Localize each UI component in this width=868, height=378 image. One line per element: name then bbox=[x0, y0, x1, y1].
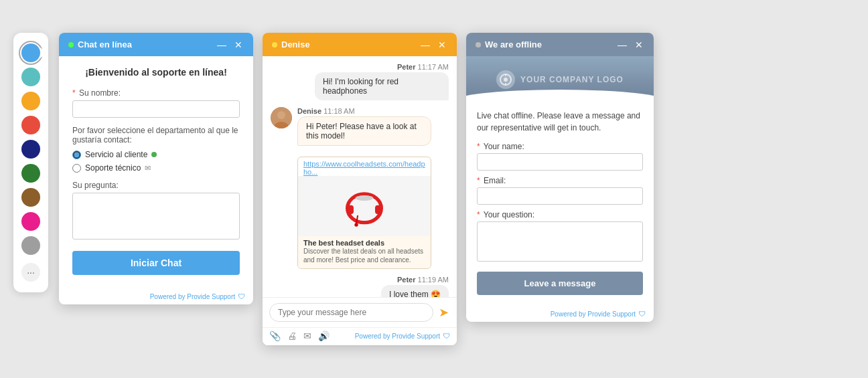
sidebar-item-blue[interactable] bbox=[21, 43, 40, 62]
window2-title: Denise bbox=[281, 39, 310, 50]
window3-powered-by: Powered by Provide Support 🛡 bbox=[466, 306, 654, 322]
product-card-title: The best headset deals bbox=[303, 239, 425, 247]
offline-form: Live chat offline. Please leave a messag… bbox=[466, 103, 654, 306]
radio-soporte-label: Soporte técnico bbox=[85, 163, 141, 173]
chat-toolbar: 📎 🖨 ✉ 🔊 Powered by Provide Support 🛡 bbox=[263, 327, 457, 345]
offline-email-label: * Email: bbox=[477, 176, 643, 185]
logo-icon bbox=[496, 70, 515, 89]
start-chat-button[interactable]: Iniciar Chat bbox=[72, 251, 240, 275]
chat-message-input[interactable] bbox=[269, 303, 433, 322]
window3-close-button[interactable]: ✕ bbox=[634, 40, 644, 50]
welcome-text: ¡Bienvenido al soporte en línea! bbox=[72, 67, 240, 78]
message-3-card: https://www.coolheadsets.com/headpho... bbox=[271, 153, 449, 269]
denise-status-dot bbox=[272, 42, 277, 48]
radio-soporte[interactable]: Soporte técnico ✉ bbox=[72, 163, 240, 173]
window1-close-button[interactable]: ✕ bbox=[233, 40, 244, 50]
product-card-link[interactable]: https://www.coolheadsets.com/headpho... bbox=[298, 157, 431, 176]
window2-powered-by: Powered by Provide Support 🛡 bbox=[355, 332, 450, 340]
ellipsis-icon: ··· bbox=[27, 267, 35, 278]
product-card-image bbox=[298, 176, 431, 236]
name-label: * Su nombre: bbox=[72, 88, 240, 98]
chat-window-3: We are offline — ✕ bbox=[466, 33, 654, 322]
denise-avatar bbox=[271, 107, 292, 128]
color-dot-navy[interactable] bbox=[21, 140, 40, 159]
svg-point-7 bbox=[354, 223, 358, 226]
offline-question-label: * Your question: bbox=[477, 210, 643, 219]
msg2-meta: Denise 11:18 AM bbox=[297, 107, 431, 115]
more-options-button[interactable]: ··· bbox=[21, 263, 40, 282]
logo-text: YOUR COMPANY LOGO bbox=[520, 75, 624, 84]
online-status-dot bbox=[68, 42, 74, 48]
company-logo: YOUR COMPANY LOGO bbox=[496, 70, 624, 89]
send-icon: ➤ bbox=[439, 306, 449, 319]
svg-point-8 bbox=[356, 195, 374, 201]
required-star-question: * bbox=[477, 210, 480, 219]
msg4-meta: Peter 11:19 AM bbox=[397, 276, 449, 284]
email-icon: ✉ bbox=[145, 164, 151, 173]
leave-message-button[interactable]: Leave a message bbox=[477, 272, 643, 295]
msg1-meta: Peter 11:17 AM bbox=[397, 63, 449, 71]
window3-header: We are offline — ✕ bbox=[466, 33, 654, 56]
shield-icon-2: 🛡 bbox=[443, 332, 450, 340]
message-4: Peter 11:19 AM I love them 😍 bbox=[271, 276, 449, 297]
radio-soporte-input[interactable] bbox=[72, 164, 81, 173]
offline-name-input[interactable] bbox=[477, 153, 643, 171]
color-dot-blue[interactable] bbox=[21, 43, 40, 62]
window2-header: Denise — ✕ bbox=[263, 33, 457, 56]
message-1: Peter 11:17 AM Hi! I'm looking for red h… bbox=[271, 63, 449, 100]
product-card: https://www.coolheadsets.com/headpho... bbox=[297, 157, 431, 269]
offline-logo-area: YOUR COMPANY LOGO bbox=[466, 56, 654, 103]
offline-status-dot bbox=[476, 42, 481, 48]
offline-message: Live chat offline. Please leave a messag… bbox=[477, 110, 643, 134]
required-star-name: * bbox=[477, 142, 480, 151]
radio-servicio-label: Servicio al cliente bbox=[85, 150, 147, 159]
question-textarea[interactable] bbox=[72, 193, 240, 240]
question-label: Su pregunta: bbox=[72, 181, 240, 190]
radio-servicio-input[interactable] bbox=[72, 151, 81, 159]
shield-icon-3: 🛡 bbox=[638, 310, 646, 318]
dept-label: Por favor seleccione el departamento al … bbox=[72, 126, 240, 145]
svg-rect-4 bbox=[348, 205, 354, 214]
send-message-button[interactable]: ➤ bbox=[437, 305, 450, 320]
window1-minimize-button[interactable]: — bbox=[216, 40, 228, 50]
department-radio-group: Servicio al cliente Soporte técnico ✉ bbox=[72, 150, 240, 173]
servicio-online-dot bbox=[151, 152, 157, 157]
window1-header: Chat en línea — ✕ bbox=[59, 33, 253, 56]
chat-messages-area: Peter 11:17 AM Hi! I'm looking for red h… bbox=[263, 56, 457, 297]
shield-icon-1: 🛡 bbox=[238, 292, 245, 300]
window1-title: Chat en línea bbox=[78, 39, 132, 50]
required-star-email: * bbox=[477, 176, 480, 185]
msg4-bubble: I love them 😍 bbox=[381, 285, 449, 297]
color-dot-silver[interactable] bbox=[21, 236, 40, 255]
color-dot-green[interactable] bbox=[21, 164, 40, 183]
sound-icon[interactable]: 🔊 bbox=[318, 330, 330, 341]
color-dot-orange[interactable] bbox=[21, 92, 40, 110]
color-dot-pink[interactable] bbox=[21, 212, 40, 231]
offline-name-label: * Your name: bbox=[477, 142, 643, 151]
msg1-bubble: Hi! I'm looking for red headphones bbox=[315, 72, 449, 100]
offline-body: YOUR COMPANY LOGO Live chat offline. Ple… bbox=[466, 56, 654, 322]
print-icon[interactable]: 🖨 bbox=[287, 330, 297, 341]
chat-window-1: Chat en línea — ✕ ¡Bienvenido al soporte… bbox=[59, 33, 253, 304]
name-input[interactable] bbox=[72, 100, 240, 118]
required-star: * bbox=[72, 88, 76, 98]
product-card-body: The best headset deals Discover the late… bbox=[298, 236, 431, 268]
chat-input-area: ➤ bbox=[263, 297, 457, 327]
chat-window-2: Denise — ✕ Peter 11:17 AM Hi! I'm lookin… bbox=[263, 33, 457, 345]
radio-servicio[interactable]: Servicio al cliente bbox=[72, 150, 240, 159]
email-toolbar-icon[interactable]: ✉ bbox=[303, 330, 311, 341]
svg-point-10 bbox=[504, 78, 508, 82]
window3-minimize-button[interactable]: — bbox=[616, 40, 628, 50]
color-dot-brown[interactable] bbox=[21, 188, 40, 207]
message-2: Denise 11:18 AM Hi Peter! Please have a … bbox=[271, 107, 449, 146]
offline-question-textarea[interactable] bbox=[477, 221, 643, 262]
offline-email-input[interactable] bbox=[477, 187, 643, 205]
color-sidebar: ··· bbox=[13, 33, 48, 292]
color-dot-red[interactable] bbox=[21, 116, 40, 134]
window3-title: We are offline bbox=[485, 39, 542, 50]
window2-close-button[interactable]: ✕ bbox=[437, 40, 447, 50]
msg2-bubble: Hi Peter! Please have a look at this mod… bbox=[297, 116, 431, 146]
window2-minimize-button[interactable]: — bbox=[419, 40, 431, 50]
color-dot-teal[interactable] bbox=[21, 68, 40, 86]
attachment-icon[interactable]: 📎 bbox=[269, 330, 281, 341]
